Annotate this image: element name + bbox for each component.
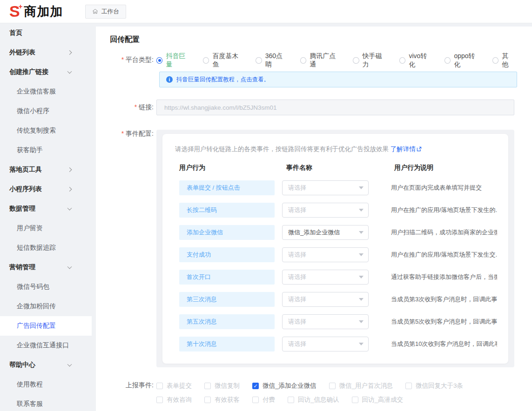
event-row: 首次开口请选择通过获客助手链接添加微信客户后，当微... bbox=[175, 270, 497, 285]
behavior-description: 用户在推广的应用/落地页场景下发生交... bbox=[390, 251, 497, 259]
tutorial-alert: i 抖音巨量回传配置教程，点击查看。 bbox=[159, 72, 517, 87]
platform-type-label: 平台类型: bbox=[110, 56, 156, 65]
event-table-header: 用户行为 事件名称 用户行为说明 bbox=[175, 164, 497, 172]
platform-radio-快手磁力[interactable]: 快手磁力 bbox=[353, 52, 387, 69]
chevron-right-icon bbox=[67, 167, 72, 172]
sidebar-item-微信号码包[interactable]: 微信号码包 bbox=[0, 277, 92, 297]
sidebar-item-获客助手[interactable]: 获客助手 bbox=[0, 140, 92, 160]
link-input[interactable]: https://wl.shangjiake.com/l/bZ5JN3sm01 bbox=[156, 99, 514, 115]
workspace-tab-label: 工作台 bbox=[101, 7, 119, 16]
platform-radio-vivo转化[interactable]: vivo转化 bbox=[399, 52, 432, 69]
platform-radio-360点睛[interactable]: 360点睛 bbox=[256, 52, 288, 69]
event-select-支付成功[interactable]: 请选择 bbox=[282, 247, 369, 262]
event-select-首次开口[interactable]: 请选择 bbox=[282, 270, 369, 285]
sidebar-item-小程序列表[interactable]: 小程序列表 bbox=[0, 179, 92, 199]
platform-radio-其他[interactable]: 其他 bbox=[492, 52, 514, 69]
chevron-down-icon bbox=[67, 69, 72, 74]
report-checkbox-有效获客[interactable]: 有效获客 bbox=[204, 396, 240, 404]
platform-radio-百度基木鱼[interactable]: 百度基木鱼 bbox=[203, 52, 243, 69]
select-placeholder: 请选择 bbox=[288, 318, 306, 326]
radio-unselected-icon bbox=[256, 57, 262, 64]
main-layout: 首页外链列表创建推广链接企业微信客服微信小程序传统复制搜索获客助手落地页工具小程… bbox=[0, 23, 532, 411]
report-checkbox-微信复制[interactable]: 微信复制 bbox=[204, 382, 240, 390]
report-checkbox-回访_信息确认[interactable]: 回访_信息确认 bbox=[288, 396, 339, 404]
sidebar-item-label: 数据管理 bbox=[9, 205, 35, 213]
behavior-pill-首次开口[interactable]: 首次开口 bbox=[179, 270, 275, 285]
behavior-description: 用户在页面内完成表单填写并提交 bbox=[390, 184, 497, 192]
report-checkbox-label: 微信回复大于3条 bbox=[416, 382, 463, 390]
sidebar-item-label: 联系客服 bbox=[17, 400, 43, 408]
sidebar-item-企业微信互通接口[interactable]: 企业微信互通接口 bbox=[0, 336, 92, 355]
report-checkbox-付费[interactable]: 付费 bbox=[252, 396, 275, 404]
sidebar-item-落地页工具[interactable]: 落地页工具 bbox=[0, 160, 92, 179]
report-checkbox-label: 微信_添加企业微信 bbox=[263, 382, 317, 390]
checkbox-unchecked-icon bbox=[204, 383, 211, 389]
platform-radio-oppo转化[interactable]: oppo转化 bbox=[444, 52, 480, 69]
report-checkbox-回访_高潜成交[interactable]: 回访_高潜成交 bbox=[352, 396, 404, 404]
sidebar-item-企业微信客服[interactable]: 企业微信客服 bbox=[0, 82, 92, 101]
report-checkbox-有效咨询[interactable]: 有效咨询 bbox=[156, 396, 192, 404]
chevron-right-icon bbox=[67, 50, 72, 55]
sidebar-item-用户留资[interactable]: 用户留资 bbox=[0, 219, 92, 238]
event-select-表单提交 / 按钮点击[interactable]: 请选择 bbox=[282, 180, 369, 195]
event-select-添加企业微信[interactable]: 微信_添加企业微信 bbox=[282, 225, 369, 240]
behavior-pill-第五次消息[interactable]: 第五次消息 bbox=[179, 314, 275, 329]
report-checkbox-微信_用户首次消息[interactable]: 微信_用户首次消息 bbox=[329, 382, 393, 390]
select-placeholder: 请选择 bbox=[288, 340, 306, 348]
report-checkbox-label: 表单提交 bbox=[167, 382, 192, 390]
learn-more-link[interactable]: 了解详情 bbox=[391, 146, 422, 152]
event-row: 第五次消息请选择当成员第5次收到客户消息时，回调此事... bbox=[175, 314, 497, 329]
event-config-panel: 请选择用户转化链路上的各类事件，按链路回传将更有利于优化广告投放效果 了解详情 … bbox=[156, 130, 514, 367]
event-config-card: 请选择用户转化链路上的各类事件，按链路回传将更有利于优化广告投放效果 了解详情 … bbox=[162, 134, 508, 364]
select-caret-icon bbox=[359, 209, 364, 212]
sidebar-item-短信数据追踪[interactable]: 短信数据追踪 bbox=[0, 238, 92, 258]
report-checkbox-表单提交[interactable]: 表单提交 bbox=[156, 382, 192, 390]
behavior-pill-第三次消息[interactable]: 第三次消息 bbox=[179, 292, 275, 307]
platform-radio-腾讯广点通[interactable]: 腾讯广点通 bbox=[300, 52, 341, 69]
behavior-pill-支付成功[interactable]: 支付成功 bbox=[179, 247, 275, 262]
chevron-down-icon bbox=[67, 362, 72, 367]
sidebar-item-传统复制搜索[interactable]: 传统复制搜索 bbox=[0, 121, 92, 140]
event-row: 第十次消息请选择当成员第10次收到客户消息时，回调此事... bbox=[175, 337, 497, 351]
logo-s-glyph: S bbox=[9, 3, 20, 19]
report-checkbox-label: 回访_信息确认 bbox=[298, 396, 339, 404]
sidebar-item-广告回传配置[interactable]: 广告回传配置 bbox=[0, 316, 92, 336]
sidebar-item-微信小程序[interactable]: 微信小程序 bbox=[0, 101, 92, 121]
sidebar-item-营销管理[interactable]: 营销管理 bbox=[0, 258, 92, 277]
tutorial-alert-text[interactable]: 抖音巨量回传配置教程，点击查看。 bbox=[176, 76, 269, 84]
report-checkbox-微信_添加企业微信[interactable]: ✓微信_添加企业微信 bbox=[252, 382, 317, 390]
platform-radio-抖音巨量[interactable]: 抖音巨量 bbox=[156, 52, 191, 69]
select-placeholder: 请选择 bbox=[288, 273, 306, 281]
report-checkbox-微信回复大于3条[interactable]: 微信回复大于3条 bbox=[405, 382, 463, 390]
select-caret-icon bbox=[359, 320, 364, 323]
chevron-down-icon bbox=[67, 206, 72, 211]
behavior-pill-长按二维码[interactable]: 长按二维码 bbox=[179, 203, 275, 218]
select-placeholder: 请选择 bbox=[288, 184, 306, 192]
app-logo[interactable]: S + 商加加 bbox=[9, 3, 63, 20]
sidebar-item-首页[interactable]: 首页 bbox=[0, 23, 92, 43]
report-checkbox-label: 付费 bbox=[263, 396, 275, 404]
sidebar-item-使用教程[interactable]: 使用教程 bbox=[0, 375, 92, 394]
event-select-第五次消息[interactable]: 请选择 bbox=[282, 314, 369, 329]
behavior-pill-第十次消息[interactable]: 第十次消息 bbox=[179, 337, 275, 351]
select-caret-icon bbox=[359, 276, 364, 278]
behavior-pill-表单提交 / 按钮点击[interactable]: 表单提交 / 按钮点击 bbox=[179, 180, 275, 195]
radio-selected-icon bbox=[156, 57, 162, 64]
sidebar-item-企微加粉回传[interactable]: 企微加粉回传 bbox=[0, 297, 92, 316]
event-select-第三次消息[interactable]: 请选择 bbox=[282, 292, 369, 307]
select-caret-icon bbox=[359, 298, 364, 301]
sidebar-item-外链列表[interactable]: 外链列表 bbox=[0, 43, 92, 62]
learn-more-label: 了解详情 bbox=[391, 146, 416, 152]
behavior-pill-添加企业微信[interactable]: 添加企业微信 bbox=[179, 225, 275, 240]
platform-radio-label: 360点睛 bbox=[265, 52, 288, 69]
platform-radio-label: 快手磁力 bbox=[363, 52, 387, 69]
sidebar-item-联系客服[interactable]: 联系客服 bbox=[0, 394, 92, 411]
sidebar-item-帮助中心[interactable]: 帮助中心 bbox=[0, 355, 92, 375]
sidebar-item-label: 企业微信互通接口 bbox=[17, 341, 69, 350]
event-select-第十次消息[interactable]: 请选择 bbox=[282, 337, 369, 351]
sidebar-item-创建推广链接[interactable]: 创建推广链接 bbox=[0, 62, 92, 82]
event-select-长按二维码[interactable]: 请选择 bbox=[282, 203, 369, 218]
sidebar-item-数据管理[interactable]: 数据管理 bbox=[0, 199, 92, 219]
workspace-tab[interactable]: 工作台 bbox=[85, 5, 126, 19]
checkbox-unchecked-icon bbox=[288, 397, 294, 403]
